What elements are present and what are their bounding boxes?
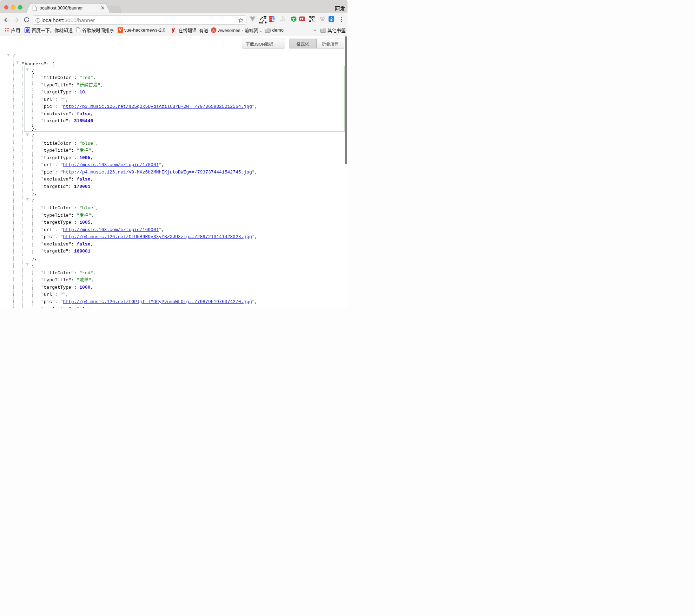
svg-text:E: E xyxy=(272,17,274,22)
svg-text:en: en xyxy=(259,21,263,24)
svg-text:A: A xyxy=(212,28,215,33)
svg-text:T: T xyxy=(292,17,295,21)
svg-text:英: 英 xyxy=(263,16,267,19)
svg-text:y: y xyxy=(172,27,175,33)
